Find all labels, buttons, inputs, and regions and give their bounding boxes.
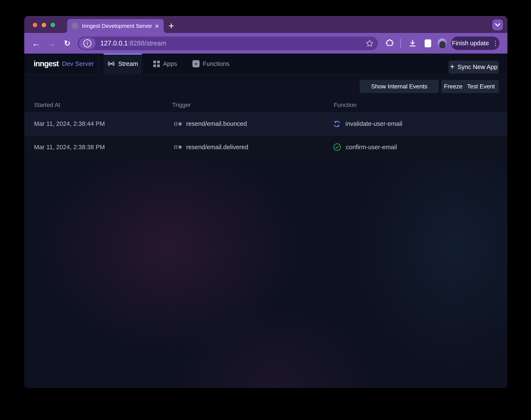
side-panel-button[interactable]	[422, 33, 434, 54]
event-trigger-icon	[173, 121, 182, 127]
extensions-button[interactable]	[383, 33, 396, 54]
tab-apps[interactable]: Apps	[149, 54, 181, 74]
tab-apps-label: Apps	[163, 60, 177, 67]
show-internal-events-button[interactable]: Show Internal Events	[360, 80, 439, 93]
stream-table-header: Started At Trigger Function	[24, 99, 507, 111]
browser-toolbar: ← → ↻ i 127.0.0.1:8288/stream	[24, 33, 507, 54]
inngest-dev-server-app: inngest Dev Server Stream Apps	[24, 54, 507, 388]
trigger-cell: resend/email.bounced	[173, 112, 247, 135]
app-header: inngest Dev Server Stream Apps	[24, 54, 507, 74]
url-path: :8288/stream	[128, 40, 166, 47]
column-header-started-at: Started At	[34, 102, 60, 108]
info-icon: i	[83, 39, 91, 47]
sync-new-app-button[interactable]: + Sync New App	[449, 60, 499, 74]
browser-window: Inngest Development Server × + ← → ↻ i 1…	[24, 16, 507, 388]
site-info-button[interactable]: i	[79, 38, 96, 49]
sync-new-app-label: Sync New App	[457, 63, 498, 71]
tab-functions[interactable]: ‹› Functions	[187, 54, 234, 74]
finish-update-button[interactable]: Finish update ⋮	[451, 37, 500, 50]
trigger-cell: resend/email.delivered	[173, 135, 248, 159]
trigger-event-name: resend/email.bounced	[186, 120, 247, 127]
browser-menu-icon[interactable]: ⋮	[492, 41, 499, 46]
close-window-button[interactable]	[33, 23, 37, 27]
profile-avatar[interactable]	[438, 38, 447, 48]
minimize-window-button[interactable]	[42, 23, 46, 27]
browser-tab-strip: Inngest Development Server × +	[24, 16, 507, 33]
chevron-down-icon	[495, 23, 501, 27]
tab-close-icon[interactable]: ×	[155, 22, 159, 30]
column-header-function: Function	[334, 102, 356, 108]
tab-stream[interactable]: Stream	[104, 54, 142, 74]
function-cell: confirm-user-email	[333, 135, 397, 159]
started-at-value: Mar 11, 2024, 2:38:38 PM	[34, 135, 105, 159]
star-icon	[366, 39, 374, 47]
apps-grid-icon	[153, 60, 160, 67]
dev-server-label: Dev Server	[62, 60, 94, 67]
url-host: 127.0.0.1	[100, 40, 128, 47]
browser-tab[interactable]: Inngest Development Server ×	[67, 19, 164, 33]
function-status-completed-icon	[333, 143, 341, 151]
side-panel-icon	[424, 39, 432, 48]
test-event-button[interactable]: Test Event	[463, 80, 499, 93]
window-controls	[33, 23, 55, 27]
bookmark-star-button[interactable]	[366, 37, 374, 50]
inngest-logo: inngest	[34, 59, 59, 68]
function-name: invalidate-user-email	[345, 120, 402, 127]
finish-update-label: Finish update	[452, 40, 489, 47]
toolbar-divider	[400, 39, 401, 48]
header-divider	[98, 54, 99, 74]
function-status-running-icon	[333, 120, 341, 128]
address-bar[interactable]: i 127.0.0.1:8288/stream	[77, 37, 378, 50]
column-header-trigger: Trigger	[172, 102, 191, 108]
tab-title: Inngest Development Server	[82, 23, 152, 29]
plus-icon: +	[450, 62, 455, 71]
function-name: confirm-user-email	[346, 144, 397, 151]
reload-button[interactable]: ↻	[62, 33, 73, 54]
url-text: 127.0.0.1:8288/stream	[100, 40, 166, 47]
back-button[interactable]: ←	[30, 33, 42, 54]
stream-broadcast-icon	[107, 60, 115, 68]
tab-stream-label: Stream	[118, 60, 138, 67]
trigger-event-name: resend/email.delivered	[186, 144, 248, 151]
functions-code-icon: ‹›	[192, 60, 200, 67]
zoom-window-button[interactable]	[51, 23, 55, 27]
download-icon	[408, 39, 417, 48]
table-row[interactable]: Mar 11, 2024, 2:38:44 PM resend/email.bo…	[24, 112, 507, 135]
brand: inngest Dev Server	[34, 54, 94, 74]
tab-functions-label: Functions	[203, 60, 229, 67]
downloads-button[interactable]	[407, 33, 419, 54]
puzzle-icon	[385, 39, 394, 48]
new-tab-button[interactable]: +	[165, 19, 178, 32]
event-trigger-icon	[173, 144, 182, 150]
table-row[interactable]: Mar 11, 2024, 2:38:38 PM resend/email.de…	[24, 135, 507, 159]
function-cell: invalidate-user-email	[333, 112, 402, 135]
forward-button[interactable]: →	[46, 33, 57, 54]
inngest-favicon-icon	[72, 23, 78, 29]
tab-search-button[interactable]	[492, 19, 503, 30]
started-at-value: Mar 11, 2024, 2:38:44 PM	[34, 112, 105, 135]
